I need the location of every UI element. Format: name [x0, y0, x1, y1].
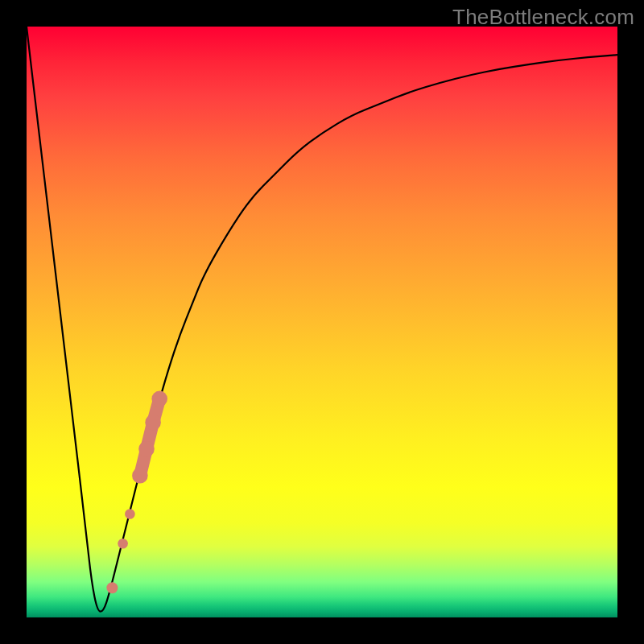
marker-dot: [151, 391, 167, 407]
marker-group: [106, 391, 167, 594]
marker-dot: [106, 582, 118, 593]
plot-area: [27, 27, 617, 617]
marker-segment: [140, 398, 159, 475]
marker-dot: [125, 509, 135, 519]
marker-dot: [145, 415, 161, 431]
marker-dot: [118, 539, 128, 549]
chart-frame: TheBottleneck.com: [0, 0, 644, 644]
marker-dot: [132, 468, 148, 484]
marker-dot: [138, 441, 155, 457]
bottleneck-curve: [27, 27, 617, 612]
curve-svg: [27, 27, 617, 617]
watermark-text: TheBottleneck.com: [452, 5, 634, 30]
